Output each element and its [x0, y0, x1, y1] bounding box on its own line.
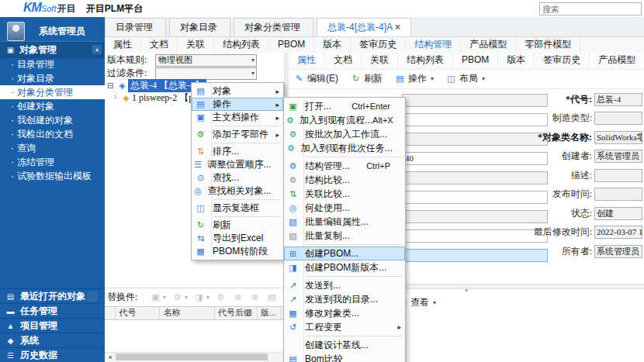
- attributes-tab[interactable]: 文档: [325, 53, 362, 69]
- form-field-value[interactable]: 总装-4: [594, 93, 642, 106]
- search-input[interactable]: [539, 2, 642, 16]
- sidebar-item[interactable]: 创建对象: [0, 99, 105, 113]
- sidebar-section[interactable]: ◆ 系统 ▾: [0, 333, 105, 347]
- object-tab[interactable]: 零部件模型: [516, 37, 580, 53]
- table-header-cell[interactable]: 代号后缀: [215, 307, 258, 319]
- version-rule-select[interactable]: 物理视图 ▾: [155, 54, 257, 67]
- replace-tool-button[interactable]: ▤ ▾: [266, 291, 278, 303]
- tree-child-label[interactable]: 1 pisweep-2 【p: [132, 91, 193, 105]
- menu-item[interactable]: ↗ 发送到... ▸: [284, 278, 405, 292]
- object-tab[interactable]: PBOM: [269, 37, 314, 53]
- sidebar-item[interactable]: 目录管理: [0, 57, 105, 71]
- dropdown-caret-icon[interactable]: ▾: [482, 75, 485, 82]
- horizontal-scrollbar[interactable]: ◂: [105, 352, 284, 362]
- menu-item[interactable]: ◨ 创建PBOM新版本... ▸: [284, 260, 405, 274]
- sidebar-item[interactable]: 我检出的文档: [0, 127, 105, 141]
- menu-item[interactable]: ▤ 操作 ▸: [192, 98, 283, 111]
- menu-item[interactable]: ⚙ 结构管理... Ctrl+P ▸: [284, 159, 405, 173]
- splitter-collapse-icon[interactable]: ▾: [465, 288, 468, 293]
- menu-item[interactable]: ▣ 打开... Ctrl+Enter ▸: [284, 99, 405, 113]
- document-tab[interactable]: 总装-4[总装-4]A×: [317, 18, 411, 36]
- document-tab[interactable]: 目录管理: [105, 18, 166, 36]
- menu-item[interactable]: ⇅ 关联比较... ▸: [284, 187, 405, 201]
- replace-tool-button[interactable]: ⊗ ▾: [232, 291, 244, 303]
- menu-item[interactable]: ▦ 修改对象类... ▸: [284, 306, 405, 320]
- menu-item[interactable]: ⇆ 导出到Excel ▸: [192, 232, 283, 245]
- object-tab[interactable]: 版本: [314, 37, 351, 53]
- sidebar-section-object-management[interactable]: ▣ 对象管理 ▴: [0, 41, 105, 58]
- replace-tool-button[interactable]: ⚙ ▾: [171, 291, 188, 303]
- form-field-value[interactable]: SolidWorks零: [594, 131, 642, 144]
- dropdown-caret-icon[interactable]: ▾: [433, 299, 436, 306]
- menu-item[interactable]: ▧ 批量复制... ▸: [284, 229, 405, 243]
- replace-tool-button[interactable]: ▣ ▾: [150, 291, 166, 303]
- menu-item[interactable]: ↻ 刷新 ▸: [192, 219, 283, 232]
- tree-expander-icon[interactable]: ⊟: [107, 81, 116, 90]
- menu-item[interactable]: ↺ 工程变更 ▸: [284, 320, 405, 334]
- menu-item[interactable]: ▤ Bom比较 ▸: [284, 352, 405, 362]
- attributes-tab[interactable]: PBOM: [453, 53, 498, 69]
- form-field-value[interactable]: 创建: [594, 207, 642, 220]
- table-header-cell[interactable]: 版...: [258, 307, 281, 319]
- form-field-value[interactable]: 系统管理员: [594, 245, 642, 258]
- menu-item[interactable]: ⚙ 按批次加入工作流... ▸: [284, 127, 405, 141]
- attributes-tab[interactable]: 产品模型: [590, 53, 644, 69]
- document-tab[interactable]: 对象分类管理: [234, 18, 313, 36]
- toolbar-button[interactable]: ↻ 刷新 ▾: [350, 72, 383, 85]
- sidebar-section[interactable]: ▤ 最近打开的对象 ▾: [0, 288, 105, 303]
- attributes-tab[interactable]: 关联: [362, 53, 398, 69]
- dropdown-caret-icon[interactable]: ▾: [431, 75, 434, 82]
- sidebar-item[interactable]: 试验数据输出模板: [0, 169, 105, 183]
- toolbar-button[interactable]: ▤ 操作 ▾: [394, 72, 434, 85]
- toolbar-button[interactable]: ◫ 布局 ▾: [445, 72, 485, 85]
- toolbar-button[interactable]: ✎ 编辑(E) ▾: [293, 72, 338, 85]
- replace-tool-button[interactable]: ⊗ ▾: [249, 291, 261, 303]
- sidebar-item[interactable]: 对象目录: [0, 71, 105, 85]
- menu-item[interactable]: ◎ 何处使用... ▸: [284, 201, 405, 215]
- menu-item[interactable]: ⚙ 加入到现有批次任务... ▸: [284, 141, 405, 155]
- table-header-cell[interactable]: 名称: [160, 307, 214, 319]
- menu-item[interactable]: ⚙ 添加子零部件 ▸: [192, 128, 283, 141]
- menu-item[interactable]: ▧ 批量编辑属性... ▸: [284, 215, 405, 229]
- sidebar-item[interactable]: 查询: [0, 141, 105, 155]
- menu-item[interactable]: ⇅ 排序... ▸: [192, 145, 283, 158]
- menu-item[interactable]: 创建设计基线... ▸: [284, 338, 405, 352]
- replace-tool-button[interactable]: ◨ ▾: [193, 291, 209, 303]
- menu-item[interactable]: ⊙ 查找... ▸: [192, 171, 283, 184]
- close-icon[interactable]: ×: [395, 22, 400, 33]
- dropdown-caret-icon[interactable]: ▾: [87, 291, 97, 302]
- attributes-tab[interactable]: 签审历史: [535, 53, 590, 69]
- object-tab[interactable]: 属性: [105, 37, 141, 53]
- filter-select[interactable]: ▾: [155, 67, 257, 80]
- document-tab[interactable]: 对象目录: [169, 18, 230, 36]
- object-tab[interactable]: 文档: [141, 37, 178, 53]
- attributes-tab[interactable]: 结构列表: [398, 53, 453, 69]
- menu-item[interactable]: ▤ 对象 ▸: [192, 84, 283, 98]
- sidebar-section[interactable]: ☰ 历史数据 ▾: [0, 347, 105, 362]
- sidebar-item[interactable]: 冻结管理: [0, 155, 105, 169]
- sidebar-item[interactable]: 我创建的对象: [0, 113, 105, 127]
- attributes-tab[interactable]: 属性: [289, 53, 325, 69]
- menu-item[interactable]: ⚙ 结构比较... ▸: [284, 173, 405, 187]
- form-field-value[interactable]: [594, 169, 642, 182]
- menu-item[interactable]: ☰ 调整位置顺序... ▸: [192, 158, 283, 171]
- table-header-cell[interactable]: 代号: [116, 307, 160, 319]
- menu-item[interactable]: ⚙ 加入到现有流程... Alt+X ▸: [284, 113, 405, 127]
- form-field-value[interactable]: 系统管理员: [594, 150, 642, 163]
- object-tab[interactable]: 签审历史: [351, 37, 406, 53]
- menu-item[interactable]: ▣ 主文档操作 ▸: [192, 111, 283, 124]
- replace-tool-button[interactable]: ⚙ ▾: [215, 291, 227, 303]
- sidebar-section[interactable]: ▲ 项目管理 ▾: [0, 318, 105, 333]
- menu-item[interactable]: ↗ 发送到我的目录... ▸: [284, 292, 405, 306]
- object-tab[interactable]: 产品模型: [461, 37, 516, 53]
- menu-item[interactable]: ◎ 查找相关对象... ▸: [192, 184, 283, 198]
- form-field-value[interactable]: [594, 112, 642, 125]
- menu-item[interactable]: ⊞ 创建PBOM... ▸: [284, 247, 405, 260]
- scroll-left-icon[interactable]: ◂: [106, 353, 114, 361]
- menu-item[interactable]: ◫ 显示复选框 ▸: [192, 202, 283, 215]
- collapse-up-icon[interactable]: ▴: [92, 45, 102, 54]
- object-tab[interactable]: 结构列表: [214, 37, 269, 53]
- object-tab[interactable]: 结构管理: [406, 37, 461, 53]
- scrollbar-thumb[interactable]: [116, 353, 268, 360]
- object-tab[interactable]: 关联: [178, 37, 214, 53]
